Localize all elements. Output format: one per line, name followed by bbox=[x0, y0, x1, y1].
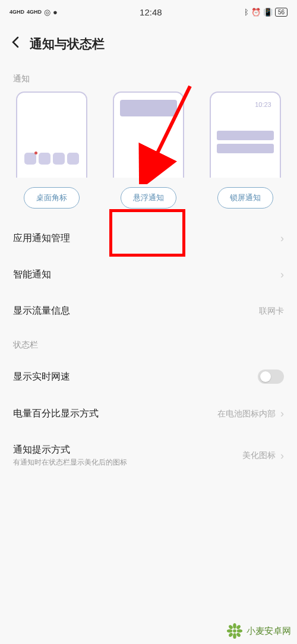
item-value: 美化图标 bbox=[242, 450, 276, 461]
battery-indicator: 56 bbox=[275, 8, 287, 17]
item-label: 电量百分比显示方式 bbox=[13, 408, 99, 420]
item-value: 联网卡 bbox=[259, 306, 284, 317]
app-icon-with-badge bbox=[24, 153, 36, 165]
watermark-text: 小麦安卓网 bbox=[247, 626, 291, 637]
status-time: 12:48 bbox=[140, 7, 162, 17]
item-label: 显示流量信息 bbox=[13, 305, 70, 317]
phone-mock-badge bbox=[16, 91, 87, 178]
signal-2: 4GHD bbox=[27, 9, 42, 15]
card-badge[interactable]: 桌面角标 bbox=[6, 91, 98, 209]
svg-point-2 bbox=[233, 624, 236, 628]
phone-mock-lockscreen: 10:23 bbox=[210, 91, 281, 178]
item-smart-notification[interactable]: 智能通知 › bbox=[0, 257, 297, 293]
section-notification-label: 通知 bbox=[0, 63, 297, 91]
item-notification-style[interactable]: 通知提示方式 有通知时在状态栏显示美化后的图标 美化图标 › bbox=[0, 432, 297, 479]
status-bar: 4GHD 4GHD ◎ ● 12:48 ᛒ ⏰ 📳 56 bbox=[0, 0, 297, 24]
weibo-icon: ◎ bbox=[44, 8, 50, 17]
lock-notification-bar bbox=[217, 131, 274, 140]
lock-time: 10:23 bbox=[217, 97, 274, 108]
chevron-right-icon: › bbox=[280, 450, 284, 462]
svg-point-5 bbox=[238, 630, 242, 632]
svg-point-8 bbox=[229, 633, 233, 637]
item-realtime-speed[interactable]: 显示实时网速 bbox=[0, 358, 297, 396]
status-dot-icon: ● bbox=[53, 8, 58, 17]
chevron-right-icon: › bbox=[280, 269, 284, 281]
item-traffic-info[interactable]: 显示流量信息 联网卡 bbox=[0, 293, 297, 329]
bluetooth-icon: ᛒ bbox=[244, 8, 249, 17]
svg-point-6 bbox=[229, 625, 233, 629]
status-left: 4GHD 4GHD ◎ ● bbox=[10, 8, 58, 17]
lockscreen-button[interactable]: 锁屏通知 bbox=[217, 187, 273, 209]
svg-point-1 bbox=[233, 629, 236, 633]
card-lockscreen[interactable]: 10:23 锁屏通知 bbox=[199, 91, 291, 209]
item-label: 智能通知 bbox=[13, 269, 51, 281]
settings-list: 应用通知管理 › 智能通知 › 显示流量信息 联网卡 bbox=[0, 220, 297, 329]
badge-button[interactable]: 桌面角标 bbox=[24, 187, 80, 209]
item-sublabel: 有通知时在状态栏显示美化后的图标 bbox=[13, 457, 127, 468]
svg-point-3 bbox=[233, 634, 236, 638]
item-app-notification[interactable]: 应用通知管理 › bbox=[0, 220, 297, 257]
section-statusbar-label: 状态栏 bbox=[0, 329, 297, 358]
chevron-right-icon: › bbox=[280, 408, 284, 420]
card-floating[interactable]: 悬浮通知 bbox=[103, 91, 195, 209]
vibrate-icon: 📳 bbox=[263, 8, 273, 17]
app-icon bbox=[67, 153, 79, 165]
item-battery-percent[interactable]: 电量百分比显示方式 在电池图标内部 › bbox=[0, 396, 297, 432]
chevron-right-icon: › bbox=[280, 232, 284, 245]
svg-point-4 bbox=[228, 630, 232, 632]
notification-cards-row: 桌面角标 悬浮通知 10:23 锁屏通知 bbox=[0, 91, 297, 220]
item-label: 应用通知管理 bbox=[13, 232, 70, 245]
lock-notification-bar bbox=[217, 144, 274, 153]
floating-button[interactable]: 悬浮通知 bbox=[121, 187, 176, 209]
app-icon bbox=[39, 153, 50, 165]
status-right: ᛒ ⏰ 📳 56 bbox=[244, 8, 287, 17]
wheat-icon bbox=[226, 623, 243, 639]
toggle-switch[interactable] bbox=[258, 370, 284, 384]
alarm-icon: ⏰ bbox=[251, 8, 261, 17]
page-title: 通知与状态栏 bbox=[30, 36, 105, 52]
item-label: 通知提示方式 bbox=[13, 444, 127, 456]
floating-banner bbox=[120, 100, 177, 116]
phone-mock-floating bbox=[113, 91, 184, 178]
item-value: 在电池图标内部 bbox=[217, 409, 276, 419]
svg-point-7 bbox=[236, 625, 241, 629]
signal-1: 4GHD bbox=[10, 9, 24, 15]
back-button[interactable] bbox=[11, 36, 20, 52]
app-icon bbox=[53, 153, 65, 165]
statusbar-list: 显示实时网速 电量百分比显示方式 在电池图标内部 › 通知提示方式 有通知时在状… bbox=[0, 358, 297, 479]
svg-point-9 bbox=[236, 633, 241, 637]
item-label: 显示实时网速 bbox=[13, 371, 70, 383]
watermark: 小麦安卓网 bbox=[226, 623, 291, 639]
page-header: 通知与状态栏 bbox=[0, 24, 297, 63]
